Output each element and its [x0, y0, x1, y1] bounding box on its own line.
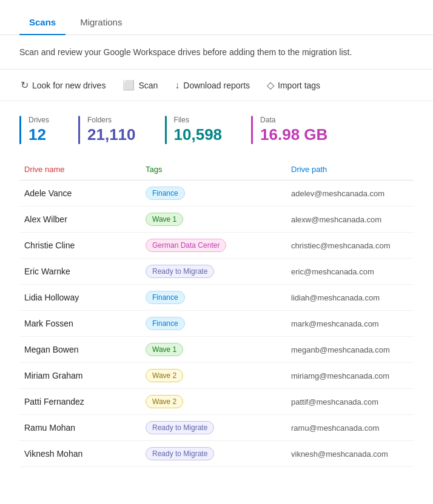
table-row[interactable]: Adele VanceFinanceadelev@meshcanada.com — [19, 181, 414, 207]
drive-path-cell: pattif@meshcanada.com — [286, 389, 414, 415]
stat-files-bar — [165, 116, 167, 144]
scan-label: Scan — [138, 81, 158, 90]
tag-badge[interactable]: Wave 1 — [146, 343, 183, 356]
tag-badge[interactable]: Wave 1 — [146, 213, 183, 226]
drive-path-cell: lidiah@meshcanada.com — [286, 285, 414, 311]
stat-folders-label: Folders — [87, 116, 136, 124]
col-header-drive-name: Drive name — [19, 159, 141, 181]
tags-cell: Finance — [141, 311, 286, 337]
table-row[interactable]: Mark FossenFinancemark@meshcanada.com — [19, 311, 414, 337]
tab-migrations-label: Migrations — [80, 17, 122, 27]
tag-badge[interactable]: Wave 2 — [146, 369, 183, 382]
page-description: Scan and review your Google Workspace dr… — [0, 35, 433, 70]
tag-badge[interactable]: Ready to Migrate — [146, 421, 214, 434]
drive-path-cell: meganb@meshcanada.com — [286, 337, 414, 363]
tags-cell: Wave 1 — [141, 207, 286, 233]
tag-badge[interactable]: Finance — [146, 317, 185, 330]
drive-path-cell: adelev@meshcanada.com — [286, 181, 414, 207]
tag-badge[interactable]: Ready to Migrate — [146, 265, 214, 278]
drive-name-cell: Megan Bowen — [19, 337, 141, 363]
stat-drives-value: 12 — [29, 125, 49, 144]
table-row[interactable]: Alex WilberWave 1alexw@meshcanada.com — [19, 207, 414, 233]
stat-data-value: 16.98 GB — [260, 125, 327, 144]
tags-cell: Ready to Migrate — [141, 259, 286, 285]
stat-data-bar — [251, 116, 253, 144]
stat-files-label: Files — [174, 116, 223, 124]
table-row[interactable]: Patti FernandezWave 2pattif@meshcanada.c… — [19, 389, 414, 415]
drive-name-cell: Lidia Holloway — [19, 285, 141, 311]
table-row[interactable]: Lidia HollowayFinancelidiah@meshcanada.c… — [19, 285, 414, 311]
drive-name-cell: Eric Warnke — [19, 259, 141, 285]
tags-cell: Wave 2 — [141, 363, 286, 389]
drive-path-cell: christiec@meshcanada.com — [286, 233, 414, 259]
drive-name-cell: Patti Fernandez — [19, 389, 141, 415]
tab-bar: Scans Migrations — [0, 0, 433, 35]
stat-drives: Drives 12 — [19, 116, 49, 144]
download-reports-button[interactable]: ↓ Download reports — [173, 78, 251, 93]
toolbar: ↻ Look for new drives ⬜ Scan ↓ Download … — [0, 70, 433, 101]
scan-icon: ⬜ — [123, 79, 135, 91]
drives-table-container: Drive name Tags Drive path Adele VanceFi… — [0, 159, 433, 486]
tag-badge[interactable]: Finance — [146, 291, 185, 304]
download-reports-label: Download reports — [183, 81, 250, 90]
table-row[interactable]: Viknesh MohanReady to Migrateviknesh@mes… — [19, 441, 414, 467]
tab-migrations[interactable]: Migrations — [70, 10, 132, 35]
import-tags-button[interactable]: ◇ Import tags — [266, 77, 321, 93]
drive-name-cell: Ramu Mohan — [19, 415, 141, 441]
drive-name-cell: Mark Fossen — [19, 311, 141, 337]
look-for-new-drives-label: Look for new drives — [32, 81, 106, 90]
tags-cell: Finance — [141, 285, 286, 311]
drive-path-cell: mark@meshcanada.com — [286, 311, 414, 337]
stat-data-label: Data — [260, 116, 327, 124]
stat-folders-value: 21,110 — [87, 125, 136, 144]
col-header-tags: Tags — [141, 159, 286, 181]
tag-badge[interactable]: German Data Center — [146, 239, 226, 252]
tags-cell: Ready to Migrate — [141, 415, 286, 441]
col-header-drive-path: Drive path — [286, 159, 414, 181]
tab-scans-label: Scans — [29, 17, 56, 27]
table-header-row: Drive name Tags Drive path — [19, 159, 414, 181]
refresh-icon: ↻ — [21, 79, 29, 91]
stat-drives-bar — [19, 116, 21, 144]
drive-path-cell: alexw@meshcanada.com — [286, 207, 414, 233]
tag-badge[interactable]: Finance — [146, 187, 185, 200]
drives-table: Drive name Tags Drive path Adele VanceFi… — [19, 159, 414, 467]
table-row[interactable]: Eric WarnkeReady to Migrateeric@meshcana… — [19, 259, 414, 285]
import-tags-label: Import tags — [278, 81, 320, 90]
download-icon: ↓ — [175, 80, 180, 91]
stat-folders-bar — [78, 116, 80, 144]
drive-path-cell: viknesh@meshcanada.com — [286, 441, 414, 467]
tag-badge[interactable]: Ready to Migrate — [146, 447, 214, 460]
drive-name-cell: Miriam Graham — [19, 363, 141, 389]
drive-path-cell: miriamg@meshcanada.com — [286, 363, 414, 389]
stat-data: Data 16.98 GB — [251, 116, 327, 144]
table-row[interactable]: Megan BowenWave 1meganb@meshcanada.com — [19, 337, 414, 363]
stat-files-value: 10,598 — [174, 125, 223, 144]
tag-icon: ◇ — [267, 79, 274, 91]
table-row[interactable]: Miriam GrahamWave 2miriamg@meshcanada.co… — [19, 363, 414, 389]
stat-folders: Folders 21,110 — [78, 116, 136, 144]
stat-drives-label: Drives — [29, 116, 49, 124]
tags-cell: Wave 1 — [141, 337, 286, 363]
drive-name-cell: Viknesh Mohan — [19, 441, 141, 467]
tag-badge[interactable]: Wave 2 — [146, 395, 183, 408]
look-for-new-drives-button[interactable]: ↻ Look for new drives — [19, 77, 107, 93]
tags-cell: Wave 2 — [141, 389, 286, 415]
tab-scans[interactable]: Scans — [19, 10, 65, 35]
tags-cell: German Data Center — [141, 233, 286, 259]
drive-name-cell: Adele Vance — [19, 181, 141, 207]
scan-button[interactable]: ⬜ Scan — [121, 77, 159, 93]
drive-name-cell: Alex Wilber — [19, 207, 141, 233]
drive-path-cell: ramu@meshcanada.com — [286, 415, 414, 441]
stats-bar: Drives 12 Folders 21,110 Files 10,598 Da… — [0, 101, 433, 159]
tags-cell: Finance — [141, 181, 286, 207]
tags-cell: Ready to Migrate — [141, 441, 286, 467]
table-row[interactable]: Christie ClineGerman Data Centerchristie… — [19, 233, 414, 259]
drive-name-cell: Christie Cline — [19, 233, 141, 259]
table-row[interactable]: Ramu MohanReady to Migrateramu@meshcanad… — [19, 415, 414, 441]
stat-files: Files 10,598 — [165, 116, 223, 144]
drive-path-cell: eric@meshcanada.com — [286, 259, 414, 285]
